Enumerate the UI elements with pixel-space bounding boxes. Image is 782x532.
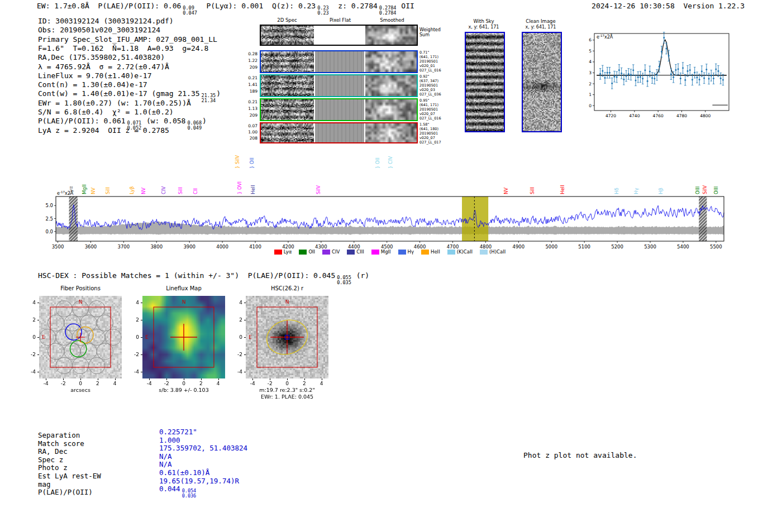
data-point: [713, 78, 714, 79]
y-tick: [37, 337, 39, 338]
x-tick: [201, 378, 202, 380]
data-point: [708, 78, 710, 79]
legend-label: (K)CaII: [457, 249, 473, 255]
data-point: [670, 73, 672, 75]
y-tick: [244, 372, 246, 372]
emission-line-label: } CIV: [388, 156, 393, 169]
selected-fiber-circle: [70, 341, 87, 357]
cutout-title: HSC(26.2) r: [246, 285, 328, 291]
selected-fiber-circle: [65, 324, 82, 340]
x-tick-label: 0: [178, 381, 189, 386]
zoom-plot: 472047404760478048000123456e-17x2Å: [575, 28, 735, 126]
x-tick-label: -4: [247, 381, 258, 386]
emission-line-label: HeII: [560, 185, 565, 194]
cutout-overlay-svg: NE: [246, 296, 328, 378]
y-tick: [141, 303, 142, 303]
y-tick: [141, 354, 142, 355]
full-spectrum-plot: 3500360037003800390040004100420043004400…: [39, 190, 735, 256]
spec2d-image: [261, 51, 314, 72]
y-tick-label: 0: [25, 334, 36, 340]
emission-line-label: Hγ: [633, 188, 639, 194]
spec2d-col-header: Pixel Flat: [315, 17, 365, 23]
axis-units-annotation: e-17x2Å: [597, 33, 613, 40]
data-point: [630, 74, 632, 75]
pixel-flat-image: [315, 99, 364, 120]
y-tick: [37, 320, 39, 320]
emission-line-label: HeII: [250, 185, 256, 194]
data-point: [640, 76, 641, 78]
legend-swatch: [480, 250, 488, 255]
data-point: [647, 80, 649, 82]
data-point: [621, 73, 622, 74]
legend-label: MgII: [381, 249, 391, 255]
fiber-circle: [72, 357, 88, 373]
emission-line-label: SiIV: [316, 185, 321, 194]
legend-swatch: [398, 250, 406, 255]
match-row-value: 1.000: [159, 436, 180, 445]
x-tick: [184, 378, 184, 380]
emission-line-label: } OII: [249, 157, 255, 169]
legend-label: CIV: [332, 249, 340, 255]
data-point: [715, 69, 717, 70]
svg-text:5: 5: [589, 49, 592, 54]
cutout-overlay: NE: [39, 296, 122, 381]
legend-label: HeII: [431, 249, 440, 255]
legend-item: HeII: [421, 249, 440, 255]
legend-swatch: [322, 250, 330, 255]
data-point: [699, 79, 700, 80]
with-sky-title: With Sky: [456, 18, 512, 24]
cutout-xlabel: arcsecs: [39, 387, 122, 393]
data-point: [692, 79, 693, 80]
svg-text:3: 3: [589, 70, 592, 75]
match-row-value: N/A: [159, 452, 172, 461]
y-tick-label: -2: [231, 352, 242, 357]
compass-east: E: [249, 334, 252, 340]
emission-line-label: SiII: [530, 187, 535, 194]
data-point: [668, 55, 670, 56]
svg-text:4780: 4780: [676, 113, 687, 118]
pixel-flat-image: [315, 75, 364, 96]
pixel-flat-image: [315, 51, 364, 72]
legend-swatch: [447, 250, 455, 255]
legend-item: CIII: [347, 249, 364, 255]
svg-text:4760: 4760: [653, 113, 664, 118]
spec2d-row-meta: 1.58"(641, 180)20190501v020_07027_LL_017: [419, 122, 441, 145]
y-tick: [244, 354, 246, 355]
info-line: LineFlux = 9.70(±1.40)e-17: [38, 71, 152, 80]
data-point: [618, 69, 620, 71]
y-tick: [141, 372, 142, 372]
info-line: F=1.6" T=0.162 N̄=1.18 A=0.93 g=24.8: [38, 44, 208, 53]
emission-line-label: SiIV: [702, 185, 708, 194]
report-header-left: EW: 1.7±0.8Å P(LAE)/P(OII): 0.060.090.04…: [37, 2, 414, 15]
smoothed-image: [365, 26, 417, 45]
legend-swatch: [347, 250, 355, 255]
match-row-label: Match score: [38, 439, 84, 448]
cutout-overlay-svg: NE: [142, 296, 225, 378]
compass-east: E: [145, 334, 149, 340]
data-point: [701, 70, 703, 72]
emission-line-label: NV: [141, 188, 146, 194]
data-point: [644, 69, 646, 71]
match-row-value: 19.65(19.57,19.74)R: [159, 477, 239, 486]
fiber-circle: [80, 315, 97, 331]
data-point: [623, 79, 624, 80]
data-point: [599, 73, 601, 75]
spec2d-row: [260, 98, 418, 121]
clean-title: Clean Image: [513, 18, 569, 24]
y-tick-label: -2: [128, 352, 139, 357]
data-point: [656, 74, 658, 76]
data-point: [613, 76, 615, 78]
data-point: [654, 78, 655, 79]
data-point: [632, 69, 634, 71]
svg-text:1: 1: [589, 92, 592, 97]
hatch-band: [69, 196, 78, 241]
compass-east: E: [42, 334, 45, 340]
legend-swatch: [299, 250, 307, 255]
data-point: [675, 69, 676, 71]
emission-line-label: MgII: [82, 184, 87, 194]
data-point: [678, 68, 679, 70]
spec2d-col-header: Smoothed: [367, 17, 417, 23]
match-row-label: Separation: [38, 431, 80, 440]
x-tick: [149, 378, 150, 380]
emission-line-label: OIII: [713, 186, 719, 194]
